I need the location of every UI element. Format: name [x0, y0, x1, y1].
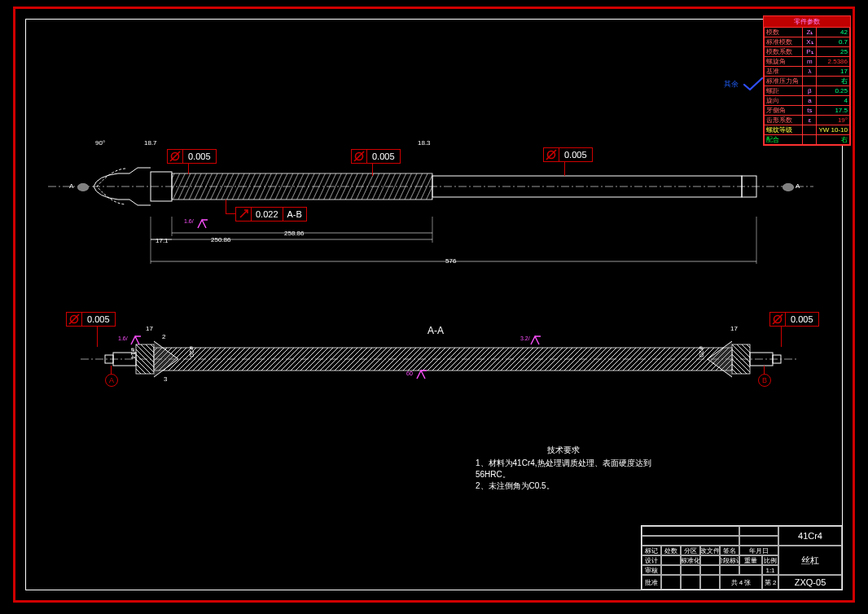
- dim-17: 17.1: [156, 237, 169, 244]
- tol-cyl-4: 0.005: [66, 312, 116, 327]
- dim-s2: 2: [162, 333, 165, 340]
- arrow-a-right: A: [796, 182, 800, 190]
- dim-s17r: 17: [730, 325, 738, 332]
- dim-s17l: 17: [146, 325, 153, 332]
- surf-mark-4: [529, 333, 542, 349]
- dim-seg-b: 18.3: [418, 139, 431, 147]
- datum-a: A: [105, 374, 118, 387]
- dim-258: 258.86: [284, 230, 304, 237]
- parameter-table: 零件参数 模数Z₁42 标准模数X₁0.7 模数系数P₁25 螺旋角m2.538…: [763, 15, 851, 146]
- dim-d20r: ø20: [698, 346, 705, 357]
- dim-d20: ø20: [188, 346, 195, 357]
- dim-seg-a: 18.7: [144, 139, 157, 147]
- dim-ang90: 90°: [95, 139, 105, 147]
- dim-s3: 3: [164, 375, 167, 383]
- dim-d14: ø14: [129, 348, 137, 359]
- arrow-a-left: A: [69, 182, 73, 190]
- title-block: 41Cr4 标记 处数 分区 更改文件号 签名 年月日 丝杠 设计 标准化 阶段…: [641, 525, 843, 590]
- tol-cyl-5: 0.005: [769, 312, 819, 327]
- datum-b: B: [758, 374, 771, 387]
- tol-cyl-3: 0.005: [543, 147, 593, 162]
- svg-rect-27: [154, 348, 732, 371]
- dim-250: 250.86: [211, 236, 230, 243]
- tol-cyl-2: 0.005: [351, 149, 401, 164]
- checkmark-rest: 其余: [724, 76, 765, 92]
- surf-mark-3: [415, 367, 428, 384]
- technical-notes: 技术要求 1、材料为41Cr4,热处理调质处理、表面硬度达到 56HRC。 2、…: [476, 445, 651, 492]
- svg-rect-5: [172, 173, 432, 200]
- surf-mark-2: [129, 333, 142, 349]
- tol-cyl-1: 0.005: [167, 149, 217, 164]
- svg-rect-29: [732, 344, 750, 374]
- dim-576: 576: [445, 257, 456, 265]
